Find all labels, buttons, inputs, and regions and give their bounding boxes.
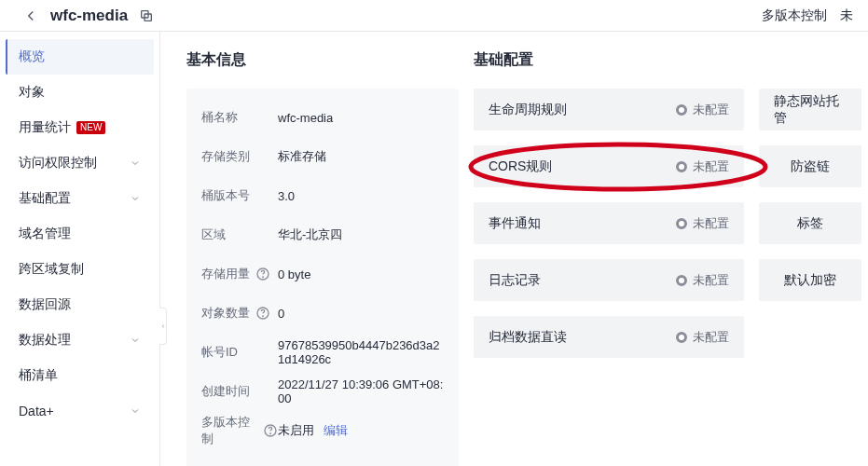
basic-config-title: 基础配置 [474,50,868,70]
row-bucket-version: 桶版本号3.0 [201,176,444,215]
label: 存储类别 [201,148,278,165]
config-lifecycle[interactable]: 生命周期规则未配置 [474,89,744,130]
nav-label: 用量统计 [19,119,71,136]
config-logging[interactable]: 日志记录未配置 [474,259,744,301]
label: 桶名称 [201,109,278,126]
label: 多版本控制 [201,414,278,447]
nav-label: 概览 [19,48,45,65]
value: 97678539950b4447b236d3a21d14926c [278,338,444,366]
label: 存储用量 [201,266,278,282]
nav-data-process[interactable]: 数据处理 [6,322,154,358]
nav-objects[interactable]: 对象 [6,75,154,110]
nav-label: 数据回源 [19,296,71,313]
value: 华北-北京四 [278,226,444,243]
chevron-down-icon [130,193,141,204]
chevron-down-icon [130,405,141,417]
new-badge: NEW [76,121,105,134]
row-versioning: 多版本控制未启用编辑 [201,411,444,450]
row-account-id: 帐号ID97678539950b4447b236d3a21d14926c [201,333,444,372]
config-label: 日志记录 [489,272,541,289]
nav-label: 对象 [19,84,45,101]
status: 未配置 [676,329,729,346]
nav-inventory[interactable]: 桶清单 [6,358,154,393]
nav-label: 访问权限控制 [19,155,97,171]
row-object-count: 对象数量0 [201,294,444,333]
nav-label: 基础配置 [19,190,71,207]
row-region: 区域华北-北京四 [201,215,444,254]
main: 基本信息 桶名称wfc-media 存储类别标准存储 桶版本号3.0 区域华北-… [160,32,868,466]
nav-label: 跨区域复制 [19,261,84,278]
config-archive-direct[interactable]: 归档数据直读未配置 [474,316,744,358]
help-icon[interactable] [263,423,278,438]
back-icon[interactable] [22,7,39,24]
value: 3.0 [278,189,444,203]
config-label: 静态网站托管 [774,93,847,127]
config-label: 默认加密 [784,272,836,289]
basic-config-section: 基础配置 生命周期规则未配置 静态网站托管 CORS规则 未配置 防盗链 事件通… [474,50,868,466]
topbar: wfc-media 多版本控制 未 [0,0,868,32]
config-grid: 生命周期规则未配置 静态网站托管 CORS规则 未配置 防盗链 事件通知未配置 … [474,89,868,358]
nav-domain[interactable]: 域名管理 [6,216,154,252]
config-label: 防盗链 [791,158,830,175]
nav-overview[interactable]: 概览 [6,39,154,75]
nav-access-control[interactable]: 访问权限控制 [6,145,154,181]
config-default-encrypt[interactable]: 默认加密 [759,259,861,301]
topbar-left: wfc-media [22,7,154,25]
truncated-text: 未 [840,7,853,24]
status-dot-icon [676,332,687,343]
config-event-notify[interactable]: 事件通知未配置 [474,202,744,244]
status: 未配置 [676,272,729,289]
value: 标准存储 [278,148,444,165]
nav-usage[interactable]: 用量统计NEW [6,110,154,145]
status-dot-icon [676,104,687,116]
value: 0 byte [278,267,444,281]
status: 未配置 [676,158,729,175]
help-icon[interactable] [255,306,270,321]
svg-point-5 [263,316,264,317]
config-label: 归档数据直读 [489,329,567,346]
nav-label: 数据处理 [19,332,71,349]
nav-label: Data+ [19,404,54,418]
config-label: 标签 [797,215,823,232]
body: 概览 对象 用量统计NEW 访问权限控制 基础配置 域名管理 跨区域复制 数据回… [0,32,868,466]
config-static-site[interactable]: 静态网站托管 [759,89,861,130]
value: wfc-media [278,111,444,125]
edit-link[interactable]: 编辑 [324,423,348,437]
row-storage-class: 存储类别标准存储 [201,137,444,176]
status-dot-icon [676,218,687,229]
nav-data-plus[interactable]: Data+ [6,393,154,429]
topbar-right: 多版本控制 未 [762,7,853,24]
row-create-time: 创建时间2022/11/27 10:39:06 GMT+08:00 [201,372,444,411]
sidebar-collapse[interactable] [159,308,167,345]
versioning-link[interactable]: 多版本控制 [762,7,827,24]
basic-info-section: 基本信息 桶名称wfc-media 存储类别标准存储 桶版本号3.0 区域华北-… [186,50,459,466]
svg-point-7 [270,433,271,434]
config-tags[interactable]: 标签 [759,202,861,244]
page-title: wfc-media [50,7,128,25]
nav-data-origin[interactable]: 数据回源 [6,287,154,322]
label: 对象数量 [201,305,278,322]
chevron-down-icon [130,158,141,169]
value: 2022/11/27 10:39:06 GMT+08:00 [278,377,444,405]
row-storage-usage: 存储用量0 byte [201,254,444,294]
help-icon[interactable] [255,267,270,281]
config-label: 事件通知 [489,215,541,232]
value: 未启用编辑 [278,422,444,439]
nav-basic-config[interactable]: 基础配置 [6,181,154,216]
svg-point-3 [263,277,264,278]
sidebar: 概览 对象 用量统计NEW 访问权限控制 基础配置 域名管理 跨区域复制 数据回… [0,32,160,466]
row-bucket-name: 桶名称wfc-media [201,98,444,137]
basic-info-card: 桶名称wfc-media 存储类别标准存储 桶版本号3.0 区域华北-北京四 存… [186,89,459,466]
status-dot-icon [676,275,687,286]
config-cors[interactable]: CORS规则 未配置 [474,145,744,187]
value: 0 [278,307,444,321]
label: 创建时间 [201,383,278,400]
config-anti-leech[interactable]: 防盗链 [759,145,861,187]
status: 未配置 [676,215,729,232]
nav-label: 桶清单 [19,367,58,384]
label: 帐号ID [201,344,278,361]
nav-label: 域名管理 [19,226,71,242]
copy-icon[interactable] [139,8,154,23]
nav-cross-region[interactable]: 跨区域复制 [6,252,154,287]
chevron-down-icon [130,335,141,346]
